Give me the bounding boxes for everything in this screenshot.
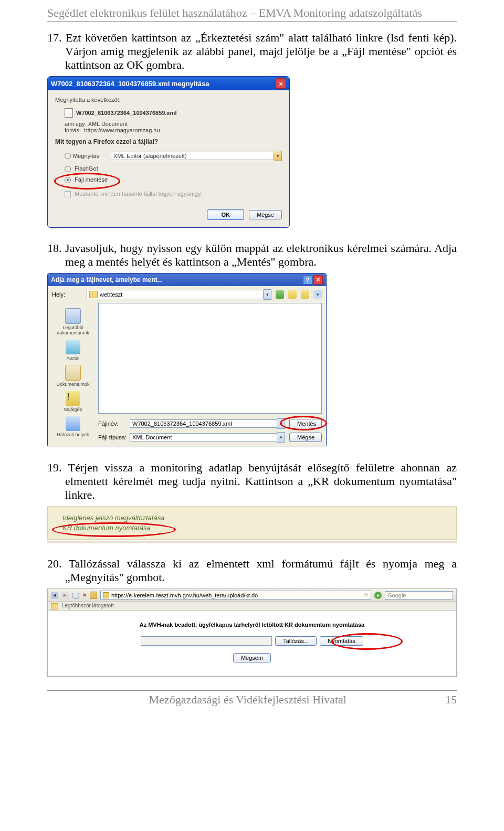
footer-page-number: 15 bbox=[445, 693, 457, 707]
home-icon[interactable] bbox=[90, 592, 97, 599]
browse-button[interactable]: Tallózás... bbox=[275, 636, 317, 646]
figure-browser-upload: ◄ ► ✕ https://e-kerelem-teszt.mvh.gov.hu… bbox=[47, 588, 457, 676]
open-with-combo[interactable]: XML Editor (alapértelmezett) bbox=[111, 152, 274, 160]
dialog-title: W7002_8106372364_1004376859.xml megnyitá… bbox=[51, 80, 209, 88]
side-desktop[interactable]: Asztal bbox=[66, 340, 80, 361]
save-dialog-titlebar[interactable]: Adja meg a fájlnevet, amelybe ment... ? … bbox=[48, 274, 326, 286]
link-print-kr[interactable]: KR dokumentum nyomtatása bbox=[62, 523, 442, 533]
opened-label: Megnyitotta a következőt: bbox=[55, 97, 282, 103]
close-icon[interactable]: × bbox=[276, 78, 286, 89]
file-type-line: ami egy XML Document bbox=[65, 121, 282, 127]
link-change-password[interactable]: Ideiglenes jelszó megváltoztatása bbox=[62, 513, 442, 523]
cancel-button[interactable]: Mégsem bbox=[233, 653, 271, 662]
instruction-18: 18. Javasoljuk, hogy nyisson egy külön m… bbox=[47, 241, 457, 269]
radio-save[interactable] bbox=[65, 177, 71, 183]
folder-icon bbox=[51, 603, 58, 609]
back-icon[interactable]: ◄ bbox=[51, 592, 58, 599]
forward-icon[interactable]: ► bbox=[61, 592, 69, 599]
chevron-down-icon[interactable]: ▾ bbox=[277, 418, 285, 429]
up-folder-icon[interactable] bbox=[288, 290, 297, 299]
close-icon[interactable]: × bbox=[313, 275, 323, 285]
location-label: Hely: bbox=[52, 291, 87, 298]
side-recent[interactable]: Legutóbbi dokumentumok bbox=[51, 308, 95, 335]
help-icon[interactable]: ? bbox=[303, 275, 312, 285]
filename-label: Fájlnév: bbox=[98, 420, 130, 427]
side-documents[interactable]: Dokumentumok bbox=[56, 365, 89, 387]
action-question: Mit tegyen a Firefox ezzel a fájllal? bbox=[55, 138, 161, 145]
url-text: https://e-kerelem-teszt.mvh.gov.hu/web_t… bbox=[111, 592, 258, 598]
instruction-20: 20. Tallózással válassza ki az elmentett… bbox=[47, 557, 457, 584]
file-path-input[interactable] bbox=[141, 636, 272, 646]
filetype-label: Fájl típusa: bbox=[98, 434, 130, 440]
url-bar[interactable]: https://e-kerelem-teszt.mvh.gov.hu/web_t… bbox=[100, 591, 371, 599]
xml-file-icon bbox=[65, 108, 73, 118]
go-icon[interactable]: ▸ bbox=[374, 592, 382, 599]
remember-checkbox[interactable] bbox=[65, 191, 71, 197]
star-icon[interactable]: ☆ bbox=[363, 592, 369, 598]
flashgot-label: FlashGot bbox=[75, 165, 98, 172]
file-list-area[interactable] bbox=[98, 303, 322, 414]
document-page: Segédlet elektronikus felület használatá… bbox=[0, 0, 504, 712]
lock-icon bbox=[103, 592, 109, 598]
side-mycomputer[interactable]: !Sajátgép bbox=[64, 391, 82, 412]
file-source-line: forrás: https://www.magyarorszag.hu bbox=[65, 127, 282, 133]
footer-org: Mezőgazdasági és Vidékfejlesztési Hivata… bbox=[149, 693, 346, 707]
cancel-button[interactable]: Mégse bbox=[249, 210, 282, 219]
instruction-19: 19. Térjen vissza a monitoring adatlap b… bbox=[47, 461, 457, 502]
filename: W7002_8106372364_1004376859.xml bbox=[76, 110, 176, 116]
save-button[interactable]: Mentés bbox=[289, 419, 322, 428]
save-label: Fájl mentése bbox=[75, 176, 108, 183]
radio-open[interactable] bbox=[65, 153, 71, 159]
filename-input[interactable] bbox=[130, 419, 277, 428]
save-dialog-title: Adja meg a fájlnevet, amelybe ment... bbox=[51, 276, 163, 283]
location-value: webteszt bbox=[100, 291, 122, 298]
chevron-down-icon[interactable]: ▾ bbox=[264, 289, 271, 300]
upload-heading: Az MVH-nak beadott, ügyfélkapus tárhelyr… bbox=[48, 622, 456, 628]
page-footer: . Mezőgazdasági és Vidékfejlesztési Hiva… bbox=[47, 690, 457, 712]
radio-flashgot[interactable] bbox=[65, 166, 71, 172]
view-menu-icon[interactable]: ▾ bbox=[313, 290, 322, 299]
bookmarks-bar-item[interactable]: Legtöbbször látogatott bbox=[62, 603, 114, 608]
figure-link-panel: Ideiglenes jelszó megváltoztatása KR dok… bbox=[47, 506, 457, 543]
folder-icon bbox=[89, 291, 98, 298]
instruction-17: 17. Ezt követően kattintson az „Érkeztet… bbox=[47, 31, 457, 72]
search-box[interactable]: Google bbox=[385, 591, 453, 599]
open-label: Megnyitás bbox=[73, 153, 111, 159]
location-combo[interactable]: webteszt bbox=[87, 290, 264, 299]
reload-icon[interactable] bbox=[72, 592, 79, 599]
page-header: Segédlet elektronikus felület használatá… bbox=[47, 0, 457, 22]
filetype-combo[interactable]: XML Document bbox=[130, 433, 277, 441]
ok-button[interactable]: OK bbox=[207, 209, 244, 220]
cancel-button[interactable]: Mégse bbox=[289, 433, 322, 442]
figure-save-dialog: Adja meg a fájlnevet, amelybe ment... ? … bbox=[47, 273, 457, 447]
new-folder-icon[interactable] bbox=[301, 290, 309, 299]
dialog-titlebar[interactable]: W7002_8106372364_1004376859.xml megnyitá… bbox=[48, 77, 289, 90]
chevron-down-icon[interactable]: ▾ bbox=[274, 151, 282, 161]
chevron-down-icon[interactable]: ▾ bbox=[277, 432, 285, 443]
figure-open-dialog: W7002_8106372364_1004376859.xml megnyitá… bbox=[47, 76, 457, 228]
stop-icon[interactable]: ✕ bbox=[82, 592, 87, 598]
side-network[interactable]: Hálózati helyek bbox=[57, 416, 89, 437]
print-button[interactable]: Nyomtatás bbox=[320, 636, 363, 646]
remember-label: Mostantól minden hasonló fájllal tegyen … bbox=[75, 191, 202, 197]
back-icon[interactable] bbox=[276, 290, 284, 299]
